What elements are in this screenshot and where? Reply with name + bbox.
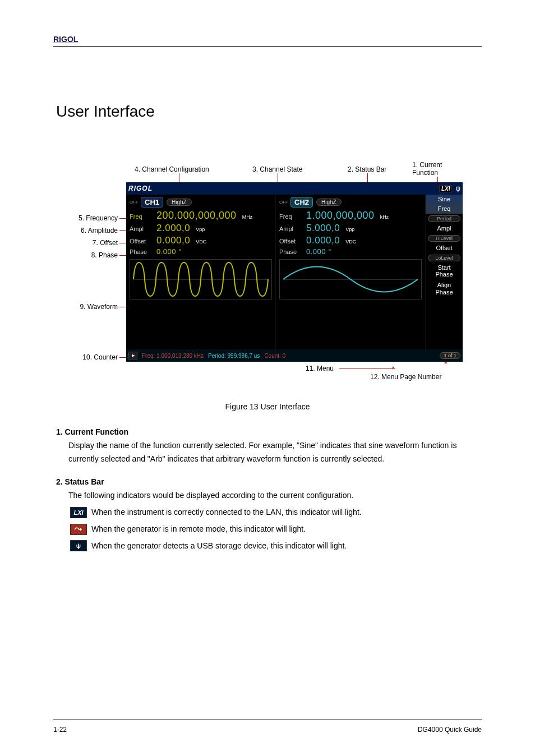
annot-2: 2. Status Bar	[348, 165, 386, 173]
arrow	[339, 368, 395, 368]
ch1-freq-val: 200.000,000,000	[156, 210, 237, 222]
menu-title: Sine	[426, 195, 463, 204]
ch1-offset-unit: VDC	[196, 239, 206, 245]
ch2-ampl-unit: Vpp	[345, 227, 354, 232]
annot-10: 10. Counter	[64, 353, 118, 361]
sine-wave-icon	[280, 260, 421, 299]
softkey-menu: Sine Freq Period Ampl HiLevel Offset LoL…	[426, 195, 463, 349]
ch2-waveform	[279, 259, 422, 299]
ch2-offset-unit: VDC	[345, 239, 356, 245]
lxi-badge-icon: LXI	[70, 507, 87, 518]
lxi-icon: LXI	[439, 185, 453, 192]
ch1-offset-row: Offset 0.000,0 VDC	[130, 235, 272, 246]
menu-page-number: 1 of 1	[440, 352, 460, 359]
legend-2-title: 2. Status Bar	[56, 476, 479, 489]
ch2-impedance[interactable]: HighZ	[316, 199, 342, 206]
ch2-phase-val: 0.000 °	[306, 247, 331, 256]
channel-2-pane: OFF CH2 HighZ Freq 1.000,000,000 kHz Amp…	[276, 195, 426, 349]
ch1-ampl-val: 2.000,0	[156, 223, 190, 234]
menu-sub-hilevel[interactable]: HiLevel	[428, 235, 460, 242]
legend-usb-text: When the generator detects a USB storage…	[91, 540, 347, 553]
section-title: User Interface	[0, 47, 535, 137]
menu-sub-period[interactable]: Period	[428, 215, 460, 222]
annot-3: 3. Channel State	[252, 165, 302, 173]
ch1-tag[interactable]: CH1	[141, 197, 163, 208]
menu-item-offset[interactable]: Offset	[426, 243, 463, 253]
ch1-freq-row: Freq 200.000,000,000 MHz	[130, 210, 272, 222]
ch1-offset-val: 0.000,0	[156, 235, 190, 246]
ch1-off: OFF	[130, 200, 139, 205]
play-icon[interactable]: ▶	[128, 352, 137, 359]
ch1-ampl-unit: Vpp	[196, 227, 205, 232]
ch1-phase-row: Phase 0.000 °	[130, 247, 272, 256]
ch2-tag[interactable]: CH2	[290, 197, 313, 208]
annot-11: 11. Menu	[306, 365, 334, 372]
annot-12: 12. Menu Page Number	[370, 373, 441, 381]
ch1-offset-label: Offset	[130, 238, 152, 245]
remote-badge-icon	[70, 524, 87, 535]
ch1-ampl-row: Ampl 2.000,0 Vpp	[130, 223, 272, 234]
sine-wave-icon	[130, 260, 271, 299]
annot-5: 5. Frequency	[64, 214, 118, 222]
ch2-ampl-row: Ampl 5.000,0 Vpp	[279, 223, 422, 234]
ch1-freq-unit: MHz	[242, 214, 253, 220]
legend-2-body: The following indicators would be displa…	[68, 489, 479, 503]
ch1-phase-label: Phase	[130, 248, 152, 255]
legend-1-title: 1. Current Function	[56, 426, 479, 439]
legend-lxi-text: When the instrument is correctly connect…	[91, 506, 362, 519]
channel-1-pane: OFF CH1 HighZ Freq 200.000,000,000 MHz A…	[126, 195, 276, 349]
footer-doc-title: DG4000 Quick Guide	[418, 726, 482, 734]
legend: 1. Current Function Display the name of …	[56, 426, 479, 552]
annot-4: 4. Channel Configuration	[135, 165, 209, 173]
menu-sub-lolevel[interactable]: LoLevel	[428, 255, 460, 261]
ch2-ampl-val: 5.000,0	[306, 223, 340, 234]
annot-8: 8. Phase	[64, 251, 118, 259]
annot-9: 9. Waveform	[64, 303, 118, 311]
footer-page-number: 1-22	[53, 726, 67, 734]
screen-topbar: RIGOL LXI ψ	[126, 182, 463, 195]
figure-caption: Figure 13 User Interface	[0, 402, 535, 411]
figure: 4. Channel Configuration 3. Channel Stat…	[64, 160, 485, 395]
annot-7: 7. Offset	[64, 239, 118, 247]
ch1-waveform	[130, 259, 272, 299]
annot-6: 6. Amplitude	[64, 227, 118, 234]
menu-item-alignphase[interactable]: Align Phase	[426, 280, 463, 297]
ch1-phase-val: 0.000 °	[156, 247, 182, 256]
ch2-offset-label: Offset	[279, 238, 302, 245]
brand-label: RIGOL	[128, 185, 153, 192]
ch1-header: OFF CH1 HighZ	[130, 197, 272, 208]
footer-rule	[53, 720, 482, 720]
ch2-phase-row: Phase 0.000 °	[279, 247, 422, 256]
legend-1-body: Display the name of the function current…	[68, 439, 479, 466]
instrument-screen: RIGOL LXI ψ OFF CH1 HighZ Freq 200.000,0…	[126, 182, 463, 362]
menu-item-ampl[interactable]: Ampl	[426, 223, 463, 234]
counter-bar: ▶ Freq: 1.000,013,280 kHz Period: 999.98…	[126, 349, 463, 362]
ch2-freq-val: 1.000,000,000	[306, 210, 375, 222]
ch2-ampl-label: Ampl	[279, 225, 302, 232]
annot-1: 1. Current Function	[412, 161, 457, 177]
ch2-phase-label: Phase	[279, 248, 302, 255]
ch1-ampl-label: Ampl	[130, 225, 152, 232]
usb-icon: ψ	[455, 185, 460, 192]
usb-badge-icon: ψ	[70, 540, 87, 551]
ch2-off: OFF	[279, 200, 288, 205]
ch2-freq-label: Freq	[279, 213, 302, 220]
legend-pxi-text: When the generator is in remote mode, th…	[91, 523, 306, 536]
ch2-freq-row: Freq 1.000,000,000 kHz	[279, 210, 422, 222]
counter-count: Count: 0	[264, 353, 285, 359]
status-bar: LXI ψ	[439, 185, 460, 192]
ch2-offset-row: Offset 0.000,0 VDC	[279, 235, 422, 246]
ch1-freq-label: Freq	[130, 213, 152, 220]
menu-item-startphase[interactable]: Start Phase	[426, 262, 463, 280]
counter-period: Period: 999.986,7 us	[208, 353, 260, 359]
counter-freq: Freq: 1.000,013,280 kHz	[142, 353, 204, 359]
ch1-impedance[interactable]: HighZ	[167, 199, 192, 206]
menu-item-freq[interactable]: Freq	[426, 204, 463, 214]
page-footer: 1-22 DG4000 Quick Guide	[53, 726, 482, 734]
ch2-header: OFF CH2 HighZ	[279, 197, 422, 208]
ch2-freq-unit: kHz	[380, 214, 389, 220]
ch2-offset-val: 0.000,0	[306, 235, 340, 246]
screen-body: OFF CH1 HighZ Freq 200.000,000,000 MHz A…	[126, 195, 463, 349]
page-header: RIGOL	[0, 0, 535, 46]
